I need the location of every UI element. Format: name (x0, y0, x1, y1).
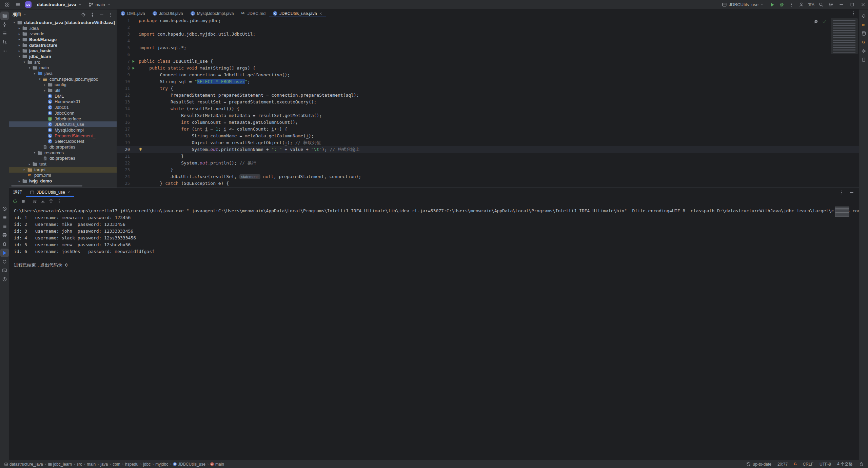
clear-all-icon[interactable] (48, 199, 54, 204)
toolwindow-commit-icon[interactable] (0, 20, 9, 29)
code-line-14[interactable]: 14 while (resultSet.next()) { (117, 105, 859, 112)
tree-caret-icon[interactable]: ▸ (22, 168, 27, 171)
branch-selector[interactable]: main (86, 1, 113, 9)
tree-item-MysqlJdbcImpl[interactable]: CMysqlJdbcImpl (9, 127, 117, 133)
gradle-status-widget[interactable]: G (794, 462, 797, 466)
tree-caret-icon[interactable]: ▸ (17, 179, 22, 183)
code-line-21[interactable]: 21 } (117, 153, 859, 160)
search-everywhere-icon[interactable] (816, 1, 826, 9)
tree-item-Jdbc01[interactable]: CJdbc01 (9, 104, 117, 110)
tree-caret-icon[interactable]: ▸ (17, 49, 22, 53)
project-panel-title[interactable]: 项目 (13, 12, 21, 18)
intention-bulb-icon[interactable] (138, 147, 143, 152)
project-selector[interactable]: datastructure_java (34, 1, 84, 9)
tree-item-JdbcConn[interactable]: CJdbcConn (9, 110, 117, 116)
code-line-19[interactable]: 19 Object value = resultSet.getObject(i)… (117, 139, 859, 146)
tree-caret-icon[interactable]: ▸ (27, 162, 32, 166)
caret-position-widget[interactable]: 20:77 (777, 462, 788, 467)
tree-caret-icon[interactable]: ▸ (17, 38, 22, 41)
code-line-17[interactable]: 17 for (int i = 1; i <= columnCount; i++… (117, 126, 859, 133)
toolwindow-maven-icon[interactable]: m (860, 20, 868, 29)
tree-caret-icon[interactable]: ▾ (32, 72, 37, 75)
tree-item-resources[interactable]: ▾resources (9, 150, 117, 156)
tab-options-icon[interactable] (851, 9, 859, 17)
tree-item-PreparedStatement_[interactable]: CPreparedStatement_ (9, 133, 117, 139)
breadcrumb-hspedu[interactable]: hspedu (125, 462, 138, 467)
tree-item-target[interactable]: ▸target (9, 167, 117, 173)
hide-panel-icon[interactable] (99, 12, 104, 17)
toolwindow-device-manager-icon[interactable] (860, 56, 868, 64)
panel-options-icon[interactable] (108, 12, 113, 17)
tree-item-java[interactable]: ▾java (9, 71, 117, 76)
code-line-16[interactable]: 16 int columnCount = metaData.getColumnC… (117, 119, 859, 126)
tree-item-jdbc_learn[interactable]: ▾jdbc_learn (9, 54, 117, 59)
tree-item-lwjg_demo[interactable]: ▸lwjg_demo (9, 178, 117, 184)
breadcrumb-myjdbc[interactable]: myjdbc (155, 462, 168, 467)
collapse-all-icon[interactable] (90, 12, 95, 17)
toolwindow-structure-icon[interactable] (0, 29, 9, 38)
toolwindow-run-icon[interactable] (0, 249, 9, 257)
breadcrumb-jdbc[interactable]: jdbc (143, 462, 151, 467)
editor-tab-DML.java[interactable]: CDML.java (117, 9, 149, 17)
project-tree-hscrollbar[interactable] (11, 185, 82, 187)
tree-caret-icon[interactable]: ▸ (17, 43, 22, 47)
window-grid-icon[interactable] (3, 1, 12, 9)
code-line-11[interactable]: 11 try { (117, 85, 859, 92)
breadcrumb-datastructure_java[interactable]: datastructure_java (4, 462, 43, 467)
tree-item-SelectJdbcTest[interactable]: CSelectJdbcTest (9, 138, 117, 144)
tree-caret-icon[interactable]: ▾ (12, 21, 17, 24)
more-actions-icon[interactable] (787, 1, 796, 9)
tree-item-Homework01[interactable]: CHomework01 (9, 99, 117, 105)
code-line-7[interactable]: 7public class JDBCUtils_use { (117, 58, 859, 65)
run-button[interactable] (767, 1, 776, 9)
close-tab-icon[interactable] (67, 191, 71, 194)
tree-item-datastructure_java [datastructureWithJava][interactable]: ▾datastructure_java [datastructureWithJa… (9, 20, 117, 25)
code-line-3[interactable]: 3import com.hspedu.jdbc.myjdbc.util.Jdbc… (117, 31, 859, 38)
tree-caret-icon[interactable]: ▾ (37, 77, 42, 81)
indent-widget[interactable]: 4 个空格 (837, 461, 853, 467)
code-line-1[interactable]: 1package com.hspedu.jdbc.myjdbc; (117, 17, 859, 24)
tree-item-db.properties[interactable]: db.properties (9, 156, 117, 161)
stop-icon[interactable] (21, 199, 26, 204)
tree-item-test[interactable]: ▸test (9, 161, 117, 167)
code-line-9[interactable]: 9 Connection connection = JdbcUtil.getCo… (117, 72, 859, 78)
editor-tab-JDBC.md[interactable]: M↓JDBC.md (238, 9, 269, 17)
scroll-to-end-icon[interactable] (40, 199, 45, 204)
code-line-15[interactable]: 15 ResultSetMetaData metaData = resultSe… (117, 112, 859, 119)
toolwindow-bookmarks-icon[interactable] (0, 222, 9, 231)
inspections-ok-icon[interactable] (822, 19, 827, 24)
breadcrumb-main[interactable]: mmain (210, 462, 224, 467)
code-line-4[interactable]: 4 (117, 38, 859, 44)
tree-item-JDBCUtils_use[interactable]: CJDBCUtils_use (9, 121, 117, 127)
toolwindow-database-icon[interactable] (860, 29, 868, 38)
code-line-24[interactable]: 24 JdbcUtil.close(resultSet, statement: … (117, 173, 859, 180)
code-line-13[interactable]: 13 ResultSet resultSet = preparedStateme… (117, 99, 859, 105)
code-line-6[interactable]: 6 (117, 51, 859, 58)
tree-item-datastructure[interactable]: ▸datastructure (9, 42, 117, 48)
code-line-20[interactable]: 20 System.out.print(columnName + ": " + … (117, 146, 859, 153)
toolwindow-notifications-icon[interactable] (860, 12, 868, 20)
editor[interactable]: 1package com.hspedu.jdbc.myjdbc;23import… (117, 17, 859, 188)
debug-button[interactable] (777, 1, 786, 9)
editor-tab-JDBCUtils_use.java[interactable]: CJDBCUtils_use.java (269, 9, 326, 17)
toolwindow-coverage-icon[interactable] (0, 257, 9, 266)
tree-item-main[interactable]: ▾main (9, 65, 117, 71)
tree-item-db.properties[interactable]: db.properties (9, 144, 117, 150)
breadcrumb-java[interactable]: java (100, 462, 108, 467)
tree-caret-icon[interactable]: ▸ (42, 89, 47, 92)
tree-item-DML[interactable]: CDML (9, 93, 117, 99)
line-separator-widget[interactable]: CRLF (803, 462, 813, 467)
tree-caret-icon[interactable]: ▾ (27, 66, 32, 70)
tree-item-JdbcInterface[interactable]: IJdbcInterface (9, 116, 117, 122)
editor-tab-JdbcUtil.java[interactable]: CJdbcUtil.java (149, 9, 187, 17)
toolwindow-more-toolwindows-icon[interactable] (0, 47, 9, 55)
tree-caret-icon[interactable]: ▾ (17, 55, 22, 58)
toolwindow-project-icon[interactable] (0, 12, 9, 20)
tree-item-src[interactable]: ▾src (9, 59, 117, 65)
close-tab-icon[interactable] (319, 12, 322, 15)
toolwindow-print-icon[interactable] (0, 231, 9, 239)
tree-item-util[interactable]: ▸util (9, 87, 117, 93)
toolwindow-pull-requests-icon[interactable] (0, 38, 9, 46)
tree-item-BookManage[interactable]: ▸BookManage (9, 37, 117, 42)
run-console-tab[interactable]: JDBCUtils_use (26, 188, 74, 197)
